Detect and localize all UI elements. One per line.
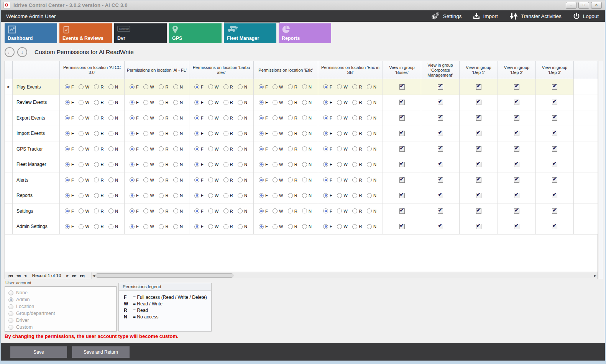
radio-option-n[interactable]: N [238,146,247,151]
radio-unselected-icon[interactable] [143,224,148,229]
radio-option-f[interactable]: F [130,100,139,105]
radio-option-w[interactable]: W [337,131,347,136]
radio-option-n[interactable]: N [238,224,247,229]
user-account-option-admin[interactable]: Admin [8,296,116,303]
radio-unselected-icon[interactable] [108,193,113,198]
radio-option-r[interactable]: R [94,100,103,105]
radio-option-w[interactable]: W [273,162,283,167]
radio-option-f[interactable]: F [259,162,268,167]
radio-unselected-icon[interactable] [173,208,178,213]
radio-option-r[interactable]: R [288,224,297,229]
radio-unselected-icon[interactable] [143,84,148,89]
radio-option-n[interactable]: N [108,224,118,229]
radio-selected-icon[interactable] [65,131,70,136]
radio-unselected-icon[interactable] [79,193,84,198]
radio-option-n[interactable]: N [367,193,376,198]
radio-option-n[interactable]: N [302,115,312,120]
radio-selected-icon[interactable] [65,208,70,213]
radio-option-r[interactable]: R [288,162,297,167]
radio-unselected-icon[interactable] [208,84,213,89]
radio-option-f[interactable]: F [323,84,332,89]
radio-option-f[interactable]: F [323,224,332,229]
radio-option-w[interactable]: W [143,208,154,213]
radio-unselected-icon[interactable] [173,162,178,167]
radio-option-w[interactable]: W [208,100,218,105]
radio-unselected-icon[interactable] [143,100,148,105]
radio-option-n[interactable]: N [108,208,118,213]
radio-unselected-icon[interactable] [208,100,213,105]
toolbar-action-logout[interactable]: Logout [573,13,599,20]
radio-option-r[interactable]: R [159,193,168,198]
group-checkbox[interactable] [438,162,443,167]
radio-option-f[interactable]: F [65,224,74,229]
radio-unselected-icon[interactable] [367,84,372,89]
radio-option-f[interactable]: F [65,146,74,151]
radio-option-r[interactable]: R [159,146,168,151]
radio-selected-icon[interactable] [65,224,70,229]
group-checkbox[interactable] [438,115,443,121]
radio-selected-icon[interactable] [130,162,135,167]
user-account-option-driver[interactable]: Driver [8,317,116,324]
radio-unselected-icon[interactable] [352,115,357,120]
radio-option-f[interactable]: F [130,177,139,182]
radio-option-n[interactable]: N [367,224,376,229]
group-checkbox[interactable] [399,224,405,229]
radio-option-r[interactable]: R [94,115,103,120]
radio-unselected-icon[interactable] [8,325,13,330]
group-checkbox[interactable] [399,131,405,136]
radio-selected-icon[interactable] [194,177,199,182]
group-checkbox[interactable] [399,146,405,152]
radio-unselected-icon[interactable] [208,162,213,167]
radio-selected-icon[interactable] [194,193,199,198]
radio-unselected-icon[interactable] [108,115,113,120]
radio-unselected-icon[interactable] [159,146,164,151]
radio-unselected-icon[interactable] [8,304,13,309]
group-checkbox[interactable] [514,224,519,229]
radio-option-f[interactable]: F [65,208,74,213]
record-prev-button[interactable]: ◀ [24,274,26,277]
tab-reports[interactable]: Reports [279,23,331,43]
radio-option-f[interactable]: F [323,146,332,151]
radio-unselected-icon[interactable] [94,84,99,89]
toolbar-action-import[interactable]: Import [473,13,498,20]
radio-unselected-icon[interactable] [79,115,84,120]
user-account-option-group-department[interactable]: Group/department [8,310,116,317]
radio-unselected-icon[interactable] [94,162,99,167]
radio-option-f[interactable]: F [194,84,204,89]
group-checkbox[interactable] [476,208,481,214]
radio-option-w[interactable]: W [143,224,154,229]
save-button[interactable]: Save [10,346,67,358]
group-checkbox[interactable] [552,177,557,183]
radio-selected-icon[interactable] [8,297,13,302]
radio-unselected-icon[interactable] [352,100,357,105]
radio-option-f[interactable]: F [65,193,74,198]
group-checkbox[interactable] [476,224,481,229]
radio-option-r[interactable]: R [159,84,168,89]
radio-unselected-icon[interactable] [273,177,278,182]
radio-unselected-icon[interactable] [273,131,278,136]
radio-unselected-icon[interactable] [302,224,307,229]
radio-option-n[interactable]: N [173,193,183,198]
radio-option-n[interactable]: N [302,100,312,105]
radio-option-f[interactable]: F [323,193,332,198]
group-checkbox[interactable] [399,115,405,121]
radio-option-r[interactable]: R [352,177,362,182]
radio-option-n[interactable]: N [238,177,247,182]
radio-option-n[interactable]: N [108,177,118,182]
record-next-page-button[interactable]: ▶▶ [72,274,76,277]
radio-option-f[interactable]: F [323,115,332,120]
group-checkbox[interactable] [552,146,557,152]
radio-option-w[interactable]: W [273,177,283,182]
group-checkbox[interactable] [514,84,519,90]
radio-unselected-icon[interactable] [302,115,307,120]
radio-unselected-icon[interactable] [108,208,113,213]
radio-option-n[interactable]: N [238,100,247,105]
radio-option-w[interactable]: W [208,177,218,182]
radio-unselected-icon[interactable] [302,84,307,89]
group-checkbox[interactable] [514,131,519,136]
radio-unselected-icon[interactable] [79,208,84,213]
minimize-button[interactable]: ─ [566,2,576,9]
radio-selected-icon[interactable] [259,193,264,198]
radio-option-r[interactable]: R [159,131,168,136]
radio-option-r[interactable]: R [159,208,168,213]
